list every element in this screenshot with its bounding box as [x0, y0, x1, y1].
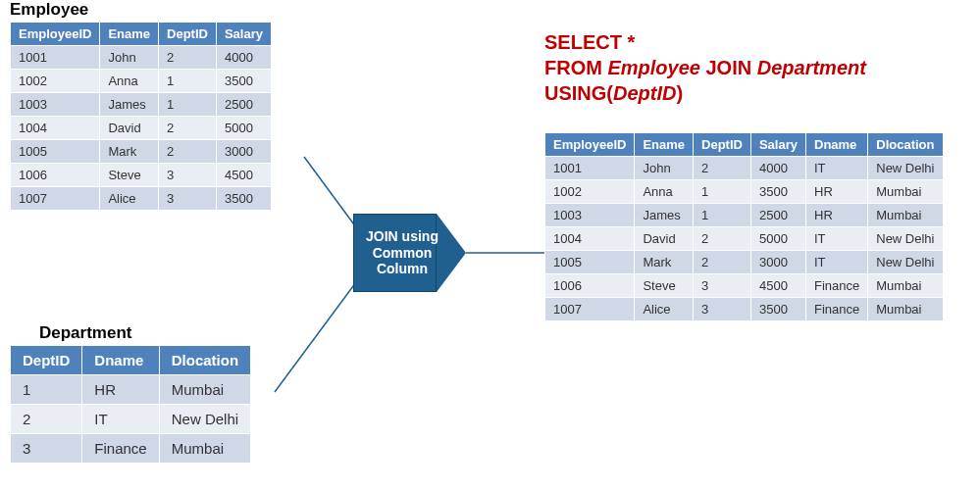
table-row: 1003James12500HRMumbai [545, 204, 944, 227]
department-header-row: DeptID Dname Dlocation [11, 346, 251, 375]
table-cell: 3 [694, 298, 751, 321]
table-cell: John [635, 157, 694, 180]
table-cell: Mark [635, 251, 694, 274]
table-cell: 3 [11, 434, 82, 464]
table-cell: 1001 [545, 157, 635, 180]
sql-line: USING(DeptID) [544, 80, 866, 106]
table-cell: 2 [159, 117, 217, 140]
table-cell: John [100, 46, 159, 70]
table-cell: Anna [100, 70, 159, 93]
table-cell: 1005 [11, 140, 100, 164]
col-header: Ename [635, 133, 694, 157]
table-cell: 5000 [216, 117, 271, 140]
col-header: Salary [750, 133, 805, 157]
table-cell: Finance [806, 298, 868, 321]
table-cell: Mumbai [159, 375, 250, 405]
table-cell: Steve [100, 164, 159, 187]
sql-line: FROM Employee JOIN Department [544, 55, 866, 80]
table-cell: 1004 [11, 117, 100, 140]
col-header: DeptID [11, 346, 82, 375]
table-cell: New Delhi [868, 227, 943, 251]
table-cell: 1003 [545, 204, 635, 227]
sql-keyword-from: FROM [544, 57, 602, 78]
table-cell: 3000 [216, 140, 271, 164]
table-cell: 4500 [216, 164, 271, 187]
department-table: DeptID Dname Dlocation 1HRMumbai2ITNew D… [10, 345, 251, 464]
employee-title: Employee [10, 0, 272, 20]
table-row: 1004David25000 [11, 117, 272, 140]
table-cell: 1 [159, 70, 217, 93]
table-cell: IT [806, 227, 868, 251]
table-cell: HR [806, 204, 868, 227]
table-row: 1003James12500 [11, 93, 272, 117]
table-row: 1007Alice33500 [11, 187, 272, 211]
table-cell: Steve [635, 274, 694, 298]
table-cell: Mumbai [868, 180, 943, 204]
sql-star: * [627, 31, 635, 53]
table-cell: 5000 [750, 227, 805, 251]
join-arrow-label: JOIN using Common Column [353, 214, 451, 292]
table-cell: 2 [159, 140, 217, 164]
table-cell: 2 [159, 46, 217, 70]
table-cell: 3000 [750, 251, 805, 274]
table-cell: 3500 [216, 70, 271, 93]
table-cell: 4500 [750, 274, 805, 298]
result-table: EmployeeID Ename DeptID Salary Dname Dlo… [544, 132, 944, 321]
table-row: 1005Mark23000 [11, 140, 272, 164]
sql-table-employee: Employee [607, 57, 699, 78]
table-cell: 3 [159, 187, 217, 211]
table-row: 1005Mark23000ITNew Delhi [545, 251, 944, 274]
table-cell: IT [806, 251, 868, 274]
table-cell: 1 [694, 180, 751, 204]
table-cell: 4000 [216, 46, 271, 70]
table-row: 3FinanceMumbai [11, 434, 251, 464]
table-row: 1006Steve34500 [11, 164, 272, 187]
table-row: 1002Anna13500 [11, 70, 272, 93]
table-cell: David [635, 227, 694, 251]
table-cell: Alice [635, 298, 694, 321]
sql-close-paren: ) [676, 82, 683, 104]
table-cell: IT [82, 405, 159, 434]
table-cell: Mumbai [868, 298, 943, 321]
table-cell: 2 [11, 405, 82, 434]
table-cell: Finance [806, 274, 868, 298]
result-section: EmployeeID Ename DeptID Salary Dname Dlo… [544, 132, 944, 321]
col-header: DeptID [159, 23, 217, 46]
table-cell: Mumbai [159, 434, 250, 464]
table-cell: New Delhi [868, 157, 943, 180]
table-cell: James [100, 93, 159, 117]
sql-keyword-join: JOIN [706, 57, 752, 78]
table-cell: 3500 [216, 187, 271, 211]
table-cell: 1005 [545, 251, 635, 274]
col-header: Dname [806, 133, 868, 157]
col-header: Dlocation [159, 346, 250, 375]
table-row: 1001John24000ITNew Delhi [545, 157, 944, 180]
table-cell: 1 [11, 375, 82, 405]
table-cell: Anna [635, 180, 694, 204]
col-header: Ename [100, 23, 159, 46]
table-cell: 2500 [750, 204, 805, 227]
table-cell: Mumbai [868, 274, 943, 298]
table-cell: New Delhi [159, 405, 250, 434]
table-cell: New Delhi [868, 251, 943, 274]
department-title: Department [39, 323, 251, 343]
table-cell: IT [806, 157, 868, 180]
col-header: Salary [216, 23, 271, 46]
col-header: Dname [82, 346, 159, 375]
sql-query: SELECT * FROM Employee JOIN Department U… [544, 29, 866, 106]
table-cell: 1003 [11, 93, 100, 117]
table-cell: 2 [694, 251, 751, 274]
table-cell: 1007 [11, 187, 100, 211]
employee-section: Employee EmployeeID Ename DeptID Salary … [10, 0, 272, 211]
table-row: 1002Anna13500HRMumbai [545, 180, 944, 204]
table-cell: Mumbai [868, 204, 943, 227]
table-cell: David [100, 117, 159, 140]
table-cell: 3 [159, 164, 217, 187]
department-section: Department DeptID Dname Dlocation 1HRMum… [10, 323, 251, 464]
table-cell: HR [82, 375, 159, 405]
table-cell: 1006 [545, 274, 635, 298]
table-row: 2ITNew Delhi [11, 405, 251, 434]
table-cell: 1 [159, 93, 217, 117]
table-cell: 2500 [216, 93, 271, 117]
table-cell: Finance [82, 434, 159, 464]
